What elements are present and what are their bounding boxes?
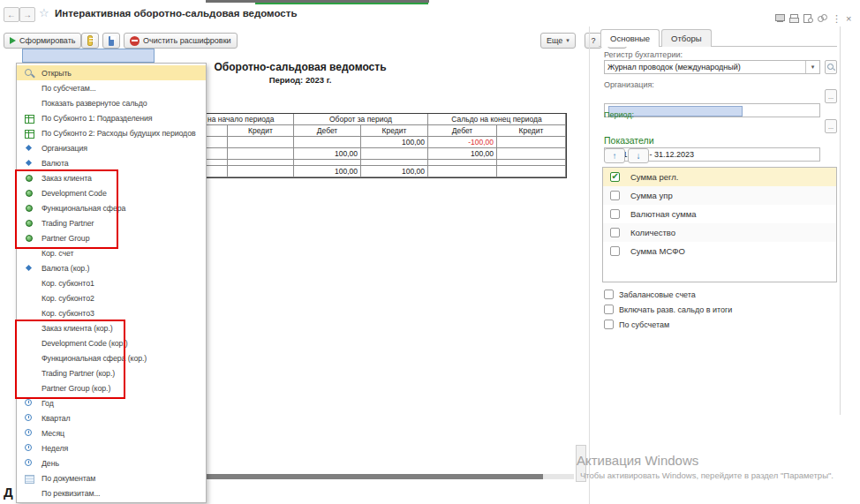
indicator-row[interactable]: Количество [603, 223, 836, 242]
table-cell[interactable]: 100,00 [428, 148, 497, 160]
move-up-button[interactable]: ↑ [604, 148, 625, 163]
table-cell[interactable] [228, 148, 294, 160]
panel-splitter[interactable] [589, 26, 590, 504]
menu-item[interactable]: Кор. субконто1 [17, 275, 206, 290]
menu-item[interactable]: По Субконто 1: Подразделения [17, 110, 206, 125]
menu-item[interactable]: По реквизитам... [17, 485, 206, 500]
table-cell[interactable] [228, 137, 294, 148]
menu-item[interactable]: Кор. субконто3 [17, 305, 206, 320]
option-checkbox[interactable] [604, 290, 614, 299]
forward-button[interactable]: → [19, 7, 35, 22]
indicator-row[interactable]: Сумма МСФО [603, 242, 836, 260]
save-button[interactable] [102, 33, 120, 49]
table-cell[interactable]: 100,00 [361, 166, 428, 177]
organization-field[interactable] [604, 103, 820, 117]
menu-item[interactable]: Показать развернутое сальдо [17, 95, 206, 110]
print-icon[interactable] [789, 14, 799, 23]
back-button[interactable]: ← [4, 7, 19, 22]
table-cell[interactable]: 100,00 [361, 137, 428, 148]
table-cell[interactable] [294, 137, 361, 148]
menu-item[interactable]: Валюта (кор.) [17, 260, 206, 275]
menu-item-label: По субсчетам... [41, 84, 96, 93]
period-more-button[interactable]: ... [825, 119, 837, 133]
option-label: Включать разв. сальдо в итоги [619, 305, 732, 314]
menu-item[interactable]: Неделя [17, 440, 206, 455]
indicator-checkbox[interactable] [610, 172, 620, 182]
table-cell[interactable] [228, 166, 294, 177]
option-row[interactable]: Забалансовые счета [604, 290, 732, 299]
table-cell[interactable] [228, 160, 294, 166]
annotation-box-1 [15, 169, 118, 249]
indicator-checkbox[interactable] [610, 228, 620, 237]
menu-item-icon [24, 83, 34, 94]
indicator-checkbox[interactable] [610, 209, 620, 219]
clear-drilldown-button[interactable]: Очистить расшифровки [124, 33, 238, 49]
display-icon[interactable] [775, 14, 785, 23]
find-icon[interactable] [803, 14, 813, 23]
indicator-row[interactable]: Сумма упр [603, 186, 836, 205]
menu-item-icon [24, 98, 34, 109]
panel-tab[interactable]: Основные [600, 29, 660, 47]
stop-icon [130, 36, 140, 46]
generate-button[interactable]: Сформировать [4, 33, 81, 49]
menu-item-label: Кор. субконто2 [41, 294, 94, 303]
table-cell[interactable]: 100,00 [294, 148, 361, 160]
indicator-row[interactable]: Сумма регл. [603, 168, 836, 186]
table-cell[interactable] [361, 160, 428, 166]
table-cell[interactable] [497, 160, 566, 166]
menu-item[interactable]: По субсчетам... [17, 80, 206, 95]
selected-account-field[interactable] [22, 49, 155, 63]
register-combobox[interactable]: Журнал проводок (международный) ▾ [604, 60, 820, 74]
table-cell[interactable] [428, 166, 497, 177]
menu-item[interactable]: Открыть [17, 65, 206, 80]
link-icon[interactable] [818, 14, 827, 23]
menu-item-label: Валюта (кор.) [41, 264, 89, 273]
context-menu: Открыть По субсчетам... Показать разверн… [16, 63, 207, 503]
organization-more-button[interactable]: ... [825, 89, 837, 103]
indicator-label: Сумма регл. [630, 172, 679, 182]
menu-item[interactable]: Валюта [17, 155, 206, 170]
table-group-header: Оборот за период [294, 114, 428, 125]
menu-item[interactable]: По документам [17, 470, 206, 485]
panel-tab-label: Основные [610, 34, 650, 43]
option-row[interactable]: Включать разв. сальдо в итоги [604, 305, 732, 314]
close-icon[interactable]: × [846, 14, 851, 23]
table-cell[interactable] [361, 148, 428, 160]
chevron-down-icon[interactable]: ▾ [805, 61, 819, 73]
table-cell[interactable]: -100,00 [428, 137, 497, 148]
annotation-box-2 [15, 320, 125, 399]
table-cell[interactable] [497, 148, 566, 160]
indicator-checkbox[interactable] [610, 191, 620, 200]
menu-item[interactable]: Кор. субконто2 [17, 290, 206, 305]
menu-item-label: Открыть [41, 69, 72, 78]
indicator-checkbox[interactable] [610, 246, 620, 256]
more-button[interactable]: Еще ▾ [540, 33, 576, 49]
menu-item-label: Квартал [41, 414, 71, 423]
table-cell[interactable]: 100,00 [294, 166, 361, 177]
menu-item[interactable]: Организация [17, 140, 206, 155]
menu-dots-icon[interactable]: ⋮ [832, 14, 841, 23]
variants-button[interactable] [81, 33, 99, 49]
indicator-label: Сумма упр [630, 191, 673, 200]
menu-item[interactable]: По Субконто 2: Расходы будущих периодов [17, 125, 206, 140]
table-cell[interactable] [497, 166, 566, 177]
table-cell[interactable] [428, 160, 497, 166]
panel-tab[interactable]: Отборы [661, 29, 712, 47]
menu-item-icon [24, 293, 34, 304]
menu-item[interactable]: День [17, 455, 206, 470]
indicator-row[interactable]: Валютная сумма [603, 205, 836, 223]
register-open-button[interactable] [825, 60, 837, 74]
option-checkbox[interactable] [604, 320, 614, 329]
horizontal-scrollbar-thumb[interactable] [207, 474, 543, 479]
menu-item[interactable]: Квартал [17, 410, 206, 425]
table-cell[interactable] [294, 160, 361, 166]
option-row[interactable]: По субсчетам [604, 320, 732, 329]
table-cell[interactable] [497, 137, 566, 148]
panel-tabs: Основные Отборы [600, 29, 713, 47]
report-header: Оборотно-сальдовая ведомость Период: 202… [212, 61, 389, 85]
option-checkbox[interactable] [604, 305, 614, 314]
menu-item[interactable]: Месяц [17, 425, 206, 440]
move-down-button[interactable]: ↓ [628, 148, 649, 163]
favorite-star-icon[interactable]: ☆ [39, 6, 49, 19]
vertical-scrollbar-fragment[interactable] [576, 445, 586, 482]
